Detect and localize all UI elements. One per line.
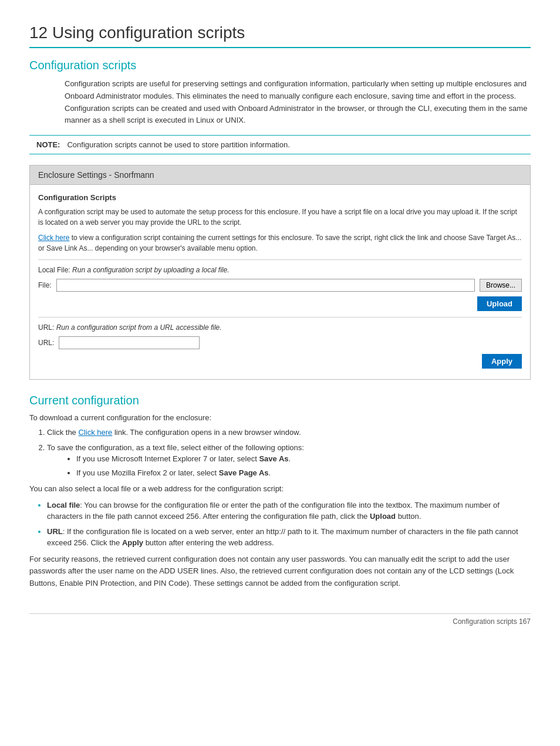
enclosure-settings-panel: Enclosure Settings - Snorfmann Configura…: [29, 165, 531, 380]
panel-desc1: A configuration script may be used to au…: [38, 207, 522, 228]
browse-button[interactable]: Browse...: [480, 279, 522, 292]
file-input[interactable]: [56, 279, 475, 292]
url-bullet: URL: If the configuration file is locate…: [47, 526, 531, 549]
url-input[interactable]: [59, 336, 200, 349]
section1-title: Configuration scripts: [29, 59, 531, 72]
current-config-section: Current configuration To download a curr…: [29, 394, 531, 590]
step1-click-here[interactable]: Click here: [78, 428, 112, 437]
url-label: URL:: [38, 339, 54, 347]
apply-button[interactable]: Apply: [482, 354, 522, 369]
also-text: You can also select a local file or a we…: [29, 483, 531, 495]
step2-bullet-1: If you use Microsoft Internet Explorer 7…: [76, 453, 531, 465]
panel-header: Enclosure Settings - Snorfmann: [30, 166, 530, 185]
section2-title: Current configuration: [29, 394, 531, 407]
url-form-row: URL:: [38, 336, 522, 349]
step2-bullet-2: If you use Mozilla Firefox 2 or later, s…: [76, 467, 531, 479]
panel-hr1: [38, 259, 522, 260]
file-label: File:: [38, 281, 52, 289]
footer-text: Configuration scripts 167: [453, 617, 531, 626]
local-file-label: Local File: Run a configuration script b…: [38, 266, 522, 274]
panel-desc2: Click here to view a configuration scrip…: [38, 232, 522, 254]
steps-list: Click the Click here link. The configura…: [47, 427, 531, 478]
local-file-bullet: Local file: You can browse for the confi…: [47, 499, 531, 522]
note-label: NOTE:: [36, 140, 60, 149]
footer: Configuration scripts 167: [29, 613, 531, 626]
config-scripts-label: Configuration Scripts: [38, 193, 522, 202]
upload-btn-row: Upload: [38, 296, 522, 311]
note-box: NOTE: Configuration scripts cannot be us…: [29, 135, 531, 154]
upload-button[interactable]: Upload: [477, 296, 522, 311]
panel-desc2-post: to view a configuration script containin…: [38, 234, 521, 252]
panel-body: Configuration Scripts A configuration sc…: [30, 185, 530, 379]
step-1: Click the Click here link. The configura…: [47, 427, 531, 438]
step-2: To save the configuration, as a text fil…: [47, 442, 531, 479]
current-config-intro: To download a current configuration for …: [29, 413, 531, 422]
click-here-link[interactable]: Click here: [38, 234, 69, 242]
page-title: 12 Using configuration scripts: [29, 23, 531, 48]
panel-hr2: [38, 317, 522, 318]
note-content: Configuration scripts cannot be used to …: [67, 140, 289, 149]
apply-btn-row: Apply: [38, 354, 522, 369]
step2-bullets: If you use Microsoft Internet Explorer 7…: [76, 453, 531, 478]
also-bullets: Local file: You can browse for the confi…: [47, 499, 531, 549]
section1-intro: Configuration scripts are useful for pre…: [65, 78, 531, 127]
file-form-row: File: Browse...: [38, 279, 522, 292]
url-section-label: URL: Run a configuration script from a U…: [38, 323, 522, 332]
security-text: For security reasons, the retrieved curr…: [29, 553, 531, 590]
